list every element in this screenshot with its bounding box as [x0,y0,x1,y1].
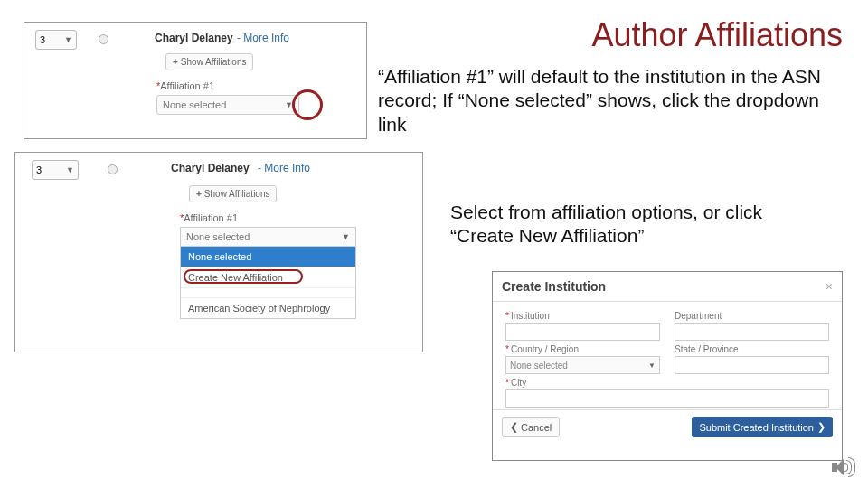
presenter-radio[interactable] [99,34,108,44]
instruction-2: Select from affiliation options, or clic… [450,201,812,249]
affiliation-value: None selected [163,99,226,110]
department-label: Department [675,311,829,321]
dropdown-option-none[interactable]: None selected [181,247,355,267]
institution-input[interactable] [505,323,660,341]
author-order-select[interactable]: 3 ▼ [32,160,79,180]
show-affiliations-button[interactable]: + Show Affiliations [165,53,253,70]
city-input[interactable] [505,389,829,408]
chevron-right-icon: ❯ [817,421,826,433]
more-info-link[interactable]: - More Info [258,162,310,174]
city-label: *City [505,378,829,388]
show-aff-label: Show Affiliations [204,189,270,199]
dropdown-option-recent[interactable] [181,287,355,297]
callout-circle [292,89,323,120]
slide-title: Author Affiliations [591,16,843,54]
caret-down-icon: ▼ [66,165,74,174]
order-value: 3 [40,34,45,45]
author-name: Charyl Delaney [155,32,233,44]
country-label: *Country / Region [505,344,660,354]
affiliation-dropdown-open: None selected ▼ None selected Create New… [180,227,356,319]
author-name: Charyl Delaney [171,162,250,174]
department-input[interactable] [675,323,829,341]
caret-down-icon: ▼ [342,232,350,241]
plus-icon: + [196,189,202,199]
callout-oval [184,269,303,284]
institution-label: *Institution [505,311,660,321]
state-input[interactable] [675,356,829,374]
affiliation-panel-expanded: 3 ▼ Charyl Delaney - More Info + Show Af… [14,152,423,352]
affiliation-1-label: *Affiliation #1 [156,80,214,91]
modal-title: Create Institution [502,279,606,294]
affiliation-panel-collapsed: 3 ▼ Charyl Delaney - More Info + Show Af… [24,22,367,139]
show-aff-label: Show Affiliations [181,57,247,67]
affiliation-dropdown[interactable]: None selected ▼ [181,228,355,247]
dropdown-option-asn[interactable]: American Society of Nephrology [181,297,355,318]
presenter-radio[interactable] [108,164,118,174]
show-affiliations-button[interactable]: + Show Affiliations [189,185,277,202]
plus-icon: + [173,57,178,67]
caret-down-icon: ▼ [64,35,72,44]
order-value: 3 [36,164,42,175]
instruction-1: “Affiliation #1” will default to the ins… [378,65,821,136]
submit-button[interactable]: Submit Created Institution ❯ [692,417,833,437]
state-label: State / Province [675,344,829,354]
audio-speaker-icon[interactable] [832,455,855,479]
country-select[interactable]: None selected ▼ [505,356,660,374]
affiliation-1-label: *Affiliation #1 [180,212,238,223]
create-institution-modal: Create Institution × *Institution Depart… [492,271,843,461]
more-info-link[interactable]: - More Info [237,32,289,44]
affiliation-dropdown[interactable]: None selected ▼ [156,95,299,115]
caret-down-icon: ▼ [648,361,656,370]
close-icon[interactable]: × [826,279,833,294]
author-order-select[interactable]: 3 ▼ [35,30,77,50]
cancel-button[interactable]: ❮ Cancel [502,417,560,437]
chevron-left-icon: ❮ [510,421,518,433]
dropdown-option-create-new[interactable]: Create New Affiliation [181,267,355,287]
